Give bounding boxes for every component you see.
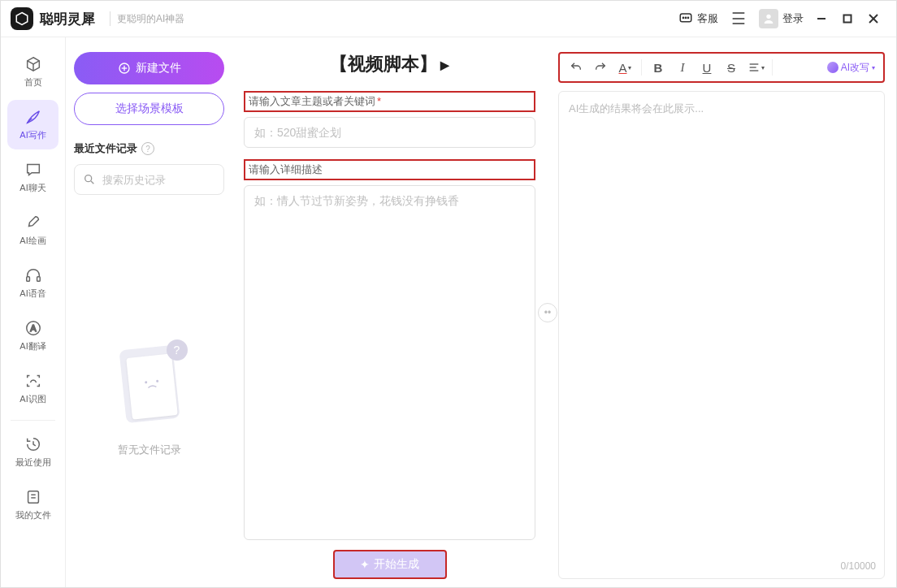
text-color-button[interactable]: A▾ [613,56,636,79]
nav-ai-writing[interactable]: AI写作 [7,100,58,149]
files-panel: 新建文件 选择场景模板 最近文件记录 ? ? 暂无文件记录 [66,37,232,587]
nav-label: AI写作 [20,129,46,141]
page-title[interactable]: 【视频脚本】▶ [244,52,535,76]
login-button[interactable]: 登录 [754,6,808,32]
center-panel: 【视频脚本】▶ 请输入文章主题或者关键词* 请输入详细描述 ✦ 开始生成 •• [232,37,547,587]
svg-point-26 [155,380,158,383]
chat-bubble-icon [24,161,42,179]
support-button[interactable]: 客服 [674,8,723,29]
undo-button[interactable] [565,56,587,79]
file-icon [24,488,42,506]
translate-icon: A [24,319,42,337]
nav-label: AI绘画 [20,235,46,247]
close-button[interactable] [860,6,886,31]
nav-label: AI聊天 [20,182,46,194]
resize-handle[interactable]: •• [538,303,557,322]
titlebar-divider [110,11,110,26]
headphones-icon [24,266,42,284]
menu-icon[interactable]: ☰ [723,6,754,32]
svg-point-5 [766,15,770,19]
help-icon[interactable]: ? [141,142,154,155]
nav-my-files[interactable]: 我的文件 [7,480,58,530]
svg-text:A: A [30,323,37,333]
ai-rewrite-label: AI改写 [841,61,869,75]
recent-header: 最近文件记录 ? [74,141,224,156]
new-file-button[interactable]: 新建文件 [74,52,224,84]
ai-rewrite-button[interactable]: AI改写 ▾ [824,59,878,76]
search-input[interactable] [102,174,239,186]
app-logo-icon [11,7,33,30]
login-label: 登录 [782,11,804,26]
ai-dot-icon [827,62,838,73]
svg-point-3 [685,17,686,18]
svg-point-23 [85,175,92,182]
svg-point-4 [687,17,688,18]
nav-ai-voice[interactable]: AI语音 [7,258,58,308]
nav-ai-translate[interactable]: A AI翻译 [7,311,58,361]
nav-recent[interactable]: 最近使用 [7,427,58,477]
search-box[interactable] [74,164,224,195]
chat-icon [678,11,693,26]
quill-icon [24,108,42,126]
toolbar-separator [772,59,773,76]
generate-button[interactable]: ✦ 开始生成 [333,550,447,579]
nav-ai-chat[interactable]: AI聊天 [7,153,58,202]
topic-label: 请输入文章主题或者关键词* [244,91,535,112]
empty-clipboard-icon: ? [113,341,186,430]
svg-rect-14 [37,277,40,282]
brush-icon [24,214,42,231]
svg-rect-7 [844,15,852,23]
svg-point-25 [145,381,147,383]
svg-rect-17 [28,491,38,504]
minimize-button[interactable] [808,6,834,31]
empty-state: ? 暂无文件记录 [74,211,224,587]
result-area[interactable]: AI生成的结果将会在此展示... 0/10000 [558,91,885,579]
generate-label: 开始生成 [374,557,419,572]
app-name: 聪明灵犀 [40,10,95,28]
nav-ai-image[interactable]: AI识图 [7,364,58,413]
template-button[interactable]: 选择场景模板 [74,93,224,125]
topic-input[interactable] [244,117,535,148]
image-scan-icon [24,372,42,390]
redo-button[interactable] [589,56,612,79]
cube-icon [24,55,42,73]
right-panel: A▾ B I U S ▾ AI改写 ▾ AI生成的结果将会在此展示... 0/1… [547,37,896,587]
nav-divider [11,420,55,421]
nav-label: AI翻译 [20,340,46,352]
nav-label: 我的文件 [15,509,51,521]
toolbar-separator [641,59,642,76]
dropdown-triangle-icon: ▶ [440,58,449,71]
editor-toolbar: A▾ B I U S ▾ AI改写 ▾ [558,52,885,83]
nav-home[interactable]: 首页 [7,47,58,97]
empty-text: 暂无文件记录 [118,443,181,457]
char-count: 0/10000 [841,560,876,572]
plus-circle-icon [118,62,131,75]
svg-point-2 [682,17,683,18]
nav-label: 首页 [24,76,42,89]
support-label: 客服 [697,11,718,26]
titlebar: 聪明灵犀 更聪明的AI神器 客服 ☰ 登录 [1,1,896,37]
app-tagline: 更聪明的AI神器 [117,12,184,26]
new-file-label: 新建文件 [136,61,181,76]
detail-label: 请输入详细描述 [244,159,535,180]
align-button[interactable]: ▾ [744,56,767,79]
strike-button[interactable]: S [720,56,743,79]
maximize-button[interactable] [834,6,860,31]
nav-ai-paint[interactable]: AI绘画 [7,205,58,255]
recent-header-label: 最近文件记录 [74,141,137,156]
template-label: 选择场景模板 [115,102,184,116]
avatar-icon [759,9,778,28]
result-placeholder: AI生成的结果将会在此展示... [569,102,704,115]
bold-button[interactable]: B [647,56,670,79]
left-nav: 首页 AI写作 AI聊天 AI绘画 AI语音 A AI翻译 AI识图 [1,37,66,587]
history-icon [24,435,42,453]
underline-button[interactable]: U [696,56,718,79]
italic-button[interactable]: I [671,56,694,79]
nav-label: AI语音 [20,288,46,300]
detail-textarea[interactable] [244,185,535,540]
svg-marker-0 [16,13,28,25]
nav-label: 最近使用 [15,456,51,469]
search-icon [83,173,96,186]
nav-label: AI识图 [20,393,46,405]
sparkle-icon: ✦ [360,558,370,571]
